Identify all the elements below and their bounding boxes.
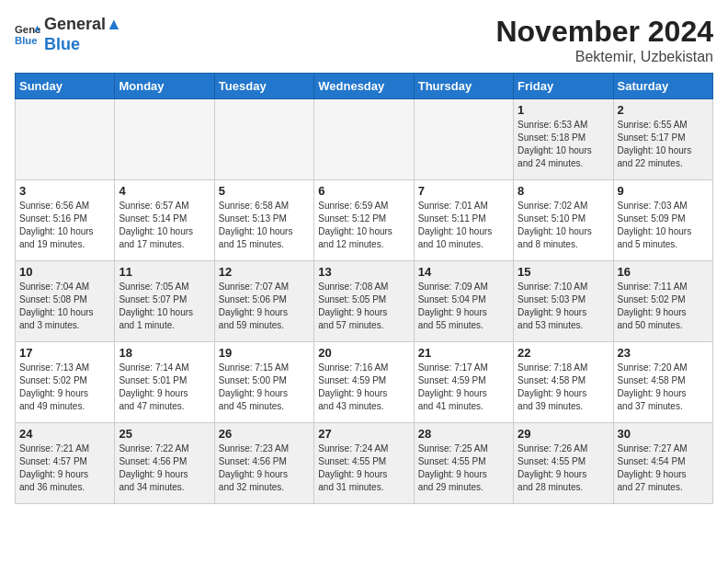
day-number: 23 (618, 346, 709, 360)
day-info: Sunrise: 7:01 AM Sunset: 5:11 PM Dayligh… (418, 200, 509, 251)
day-number: 29 (518, 427, 609, 441)
calendar-cell: 2Sunrise: 6:55 AM Sunset: 5:17 PM Daylig… (613, 99, 712, 180)
calendar-cell: 19Sunrise: 7:15 AM Sunset: 5:00 PM Dayli… (214, 342, 313, 423)
day-number: 17 (19, 346, 110, 360)
day-number: 15 (518, 265, 609, 279)
month-title: November 2024 (495, 15, 713, 49)
day-number: 30 (618, 427, 709, 441)
logo-icon: General Blue (15, 22, 40, 48)
day-number: 1 (518, 103, 609, 117)
day-info: Sunrise: 7:21 AM Sunset: 4:57 PM Dayligh… (19, 442, 110, 494)
day-number: 12 (219, 265, 310, 279)
calendar-cell: 6Sunrise: 6:59 AM Sunset: 5:12 PM Daylig… (314, 180, 414, 261)
calendar-cell: 29Sunrise: 7:26 AM Sunset: 4:55 PM Dayli… (514, 423, 613, 504)
day-info: Sunrise: 7:02 AM Sunset: 5:10 PM Dayligh… (518, 200, 609, 251)
day-number: 20 (318, 346, 409, 360)
header-cell-monday: Monday (115, 74, 214, 99)
day-info: Sunrise: 6:53 AM Sunset: 5:18 PM Dayligh… (518, 119, 609, 170)
calendar-cell: 12Sunrise: 7:07 AM Sunset: 5:06 PM Dayli… (214, 261, 313, 342)
week-row-2: 3Sunrise: 6:56 AM Sunset: 5:16 PM Daylig… (16, 180, 713, 261)
week-row-4: 17Sunrise: 7:13 AM Sunset: 5:02 PM Dayli… (16, 342, 713, 423)
day-number: 8 (518, 184, 609, 198)
logo: General Blue General▲ Blue (15, 15, 122, 54)
calendar-cell: 13Sunrise: 7:08 AM Sunset: 5:05 PM Dayli… (314, 261, 414, 342)
day-number: 19 (219, 346, 310, 360)
day-number: 14 (418, 265, 509, 279)
calendar-cell: 24Sunrise: 7:21 AM Sunset: 4:57 PM Dayli… (16, 423, 115, 504)
calendar-cell: 25Sunrise: 7:22 AM Sunset: 4:56 PM Dayli… (115, 423, 214, 504)
day-number: 10 (19, 265, 110, 279)
calendar-cell: 18Sunrise: 7:14 AM Sunset: 5:01 PM Dayli… (115, 342, 214, 423)
day-info: Sunrise: 7:13 AM Sunset: 5:02 PM Dayligh… (19, 362, 110, 413)
calendar-cell: 9Sunrise: 7:03 AM Sunset: 5:09 PM Daylig… (613, 180, 712, 261)
day-number: 2 (618, 103, 709, 117)
day-info: Sunrise: 7:24 AM Sunset: 4:55 PM Dayligh… (318, 442, 409, 494)
header-cell-wednesday: Wednesday (314, 74, 414, 99)
header-cell-thursday: Thursday (414, 74, 513, 99)
page-header: General Blue General▲ Blue November 2024… (15, 15, 713, 65)
header-cell-friday: Friday (514, 74, 613, 99)
day-number: 27 (318, 427, 409, 441)
calendar-cell: 22Sunrise: 7:18 AM Sunset: 4:58 PM Dayli… (514, 342, 613, 423)
day-info: Sunrise: 6:56 AM Sunset: 5:16 PM Dayligh… (19, 200, 110, 251)
logo-general-text: General▲ (44, 15, 122, 35)
day-info: Sunrise: 7:17 AM Sunset: 4:59 PM Dayligh… (418, 362, 509, 413)
day-info: Sunrise: 7:03 AM Sunset: 5:09 PM Dayligh… (618, 200, 709, 251)
day-info: Sunrise: 7:23 AM Sunset: 4:56 PM Dayligh… (219, 442, 310, 494)
day-number: 24 (19, 427, 110, 441)
calendar-cell: 23Sunrise: 7:20 AM Sunset: 4:58 PM Dayli… (613, 342, 712, 423)
calendar-table: SundayMondayTuesdayWednesdayThursdayFrid… (15, 73, 713, 504)
day-number: 26 (219, 427, 310, 441)
day-info: Sunrise: 7:04 AM Sunset: 5:08 PM Dayligh… (19, 281, 110, 332)
calendar-cell: 1Sunrise: 6:53 AM Sunset: 5:18 PM Daylig… (514, 99, 613, 180)
day-info: Sunrise: 7:08 AM Sunset: 5:05 PM Dayligh… (318, 281, 409, 332)
day-info: Sunrise: 7:27 AM Sunset: 4:54 PM Dayligh… (618, 442, 709, 494)
calendar-cell: 10Sunrise: 7:04 AM Sunset: 5:08 PM Dayli… (16, 261, 115, 342)
calendar-cell (414, 99, 513, 180)
header-cell-saturday: Saturday (613, 74, 712, 99)
calendar-cell (16, 99, 115, 180)
day-info: Sunrise: 6:59 AM Sunset: 5:12 PM Dayligh… (318, 200, 409, 251)
day-number: 18 (119, 346, 210, 360)
day-number: 11 (119, 265, 210, 279)
day-number: 7 (418, 184, 509, 198)
header-row: SundayMondayTuesdayWednesdayThursdayFrid… (16, 74, 713, 99)
day-info: Sunrise: 7:05 AM Sunset: 5:07 PM Dayligh… (119, 281, 210, 332)
calendar-cell: 26Sunrise: 7:23 AM Sunset: 4:56 PM Dayli… (214, 423, 313, 504)
day-info: Sunrise: 7:22 AM Sunset: 4:56 PM Dayligh… (119, 442, 210, 494)
day-info: Sunrise: 7:14 AM Sunset: 5:01 PM Dayligh… (119, 362, 210, 413)
calendar-cell: 14Sunrise: 7:09 AM Sunset: 5:04 PM Dayli… (414, 261, 513, 342)
week-row-3: 10Sunrise: 7:04 AM Sunset: 5:08 PM Dayli… (16, 261, 713, 342)
day-number: 21 (418, 346, 509, 360)
calendar-cell: 15Sunrise: 7:10 AM Sunset: 5:03 PM Dayli… (514, 261, 613, 342)
location: Bektemir, Uzbekistan (495, 49, 713, 65)
day-number: 16 (618, 265, 709, 279)
calendar-cell: 5Sunrise: 6:58 AM Sunset: 5:13 PM Daylig… (214, 180, 313, 261)
day-info: Sunrise: 6:57 AM Sunset: 5:14 PM Dayligh… (119, 200, 210, 251)
day-info: Sunrise: 7:16 AM Sunset: 4:59 PM Dayligh… (318, 362, 409, 413)
day-number: 28 (418, 427, 509, 441)
day-info: Sunrise: 7:11 AM Sunset: 5:02 PM Dayligh… (618, 281, 709, 332)
week-row-5: 24Sunrise: 7:21 AM Sunset: 4:57 PM Dayli… (16, 423, 713, 504)
day-number: 3 (19, 184, 110, 198)
calendar-cell: 4Sunrise: 6:57 AM Sunset: 5:14 PM Daylig… (115, 180, 214, 261)
day-info: Sunrise: 7:20 AM Sunset: 4:58 PM Dayligh… (618, 362, 709, 413)
calendar-cell: 3Sunrise: 6:56 AM Sunset: 5:16 PM Daylig… (16, 180, 115, 261)
day-info: Sunrise: 6:55 AM Sunset: 5:17 PM Dayligh… (618, 119, 709, 170)
week-row-1: 1Sunrise: 6:53 AM Sunset: 5:18 PM Daylig… (16, 99, 713, 180)
day-number: 6 (318, 184, 409, 198)
calendar-cell: 8Sunrise: 7:02 AM Sunset: 5:10 PM Daylig… (514, 180, 613, 261)
calendar-cell: 7Sunrise: 7:01 AM Sunset: 5:11 PM Daylig… (414, 180, 513, 261)
day-info: Sunrise: 7:25 AM Sunset: 4:55 PM Dayligh… (418, 442, 509, 494)
calendar-cell: 17Sunrise: 7:13 AM Sunset: 5:02 PM Dayli… (16, 342, 115, 423)
calendar-cell: 16Sunrise: 7:11 AM Sunset: 5:02 PM Dayli… (613, 261, 712, 342)
day-info: Sunrise: 7:18 AM Sunset: 4:58 PM Dayligh… (518, 362, 609, 413)
svg-text:Blue: Blue (15, 34, 38, 45)
header-cell-tuesday: Tuesday (214, 74, 313, 99)
day-info: Sunrise: 6:58 AM Sunset: 5:13 PM Dayligh… (219, 200, 310, 251)
day-info: Sunrise: 7:07 AM Sunset: 5:06 PM Dayligh… (219, 281, 310, 332)
calendar-cell (115, 99, 214, 180)
calendar-cell: 21Sunrise: 7:17 AM Sunset: 4:59 PM Dayli… (414, 342, 513, 423)
day-info: Sunrise: 7:09 AM Sunset: 5:04 PM Dayligh… (418, 281, 509, 332)
logo-blue-text: Blue (44, 35, 122, 55)
